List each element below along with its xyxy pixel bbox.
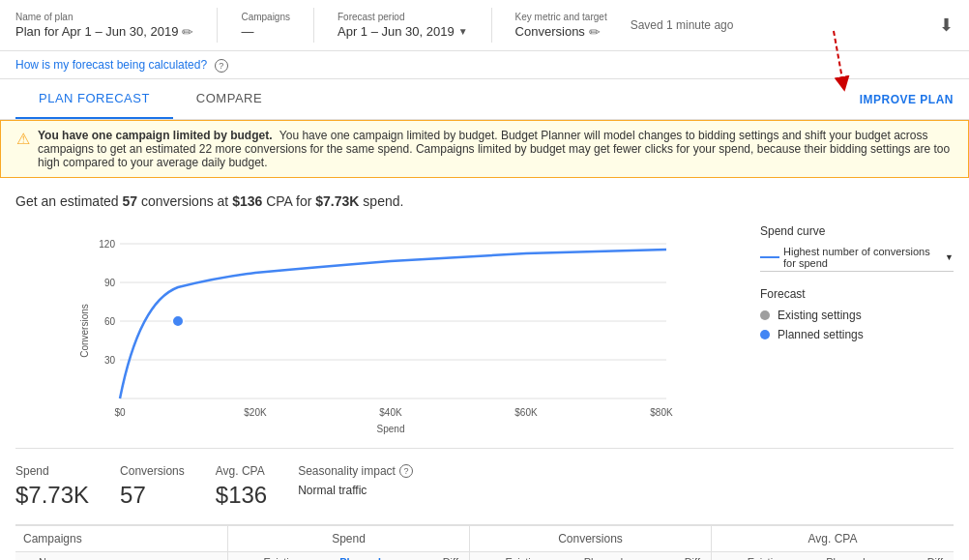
spend-label: Spend (15, 464, 89, 478)
svg-text:Conversions: Conversions (79, 304, 90, 358)
key-metric-label: Key metric and target (515, 12, 607, 22)
campaigns-table: Campaigns Spend Conversions Avg. CPA Nam… (15, 525, 954, 560)
seasonality-label: Seasonality impact ? (298, 464, 413, 478)
tabs-bar: PLAN FORECAST COMPARE IMPROVE PLAN (0, 79, 969, 120)
spend-existing-sub: Existing (228, 552, 308, 560)
conversions-metric: Conversions 57 (120, 464, 185, 509)
svg-text:30: 30 (104, 355, 116, 366)
campaigns-value: — (241, 24, 253, 39)
improve-plan-button[interactable]: IMPROVE PLAN (860, 93, 954, 106)
forecast-legend-section: Forecast Existing settings Planned setti… (760, 287, 954, 341)
tab-compare[interactable]: COMPARE (173, 79, 285, 119)
svg-text:$0: $0 (114, 407, 126, 418)
name-sub-label: Name (39, 556, 67, 560)
plan-name-field: Name of plan Plan for Apr 1 – Jun 30, 20… (15, 12, 193, 40)
spend-value: $7.73K (15, 482, 89, 509)
spend-metric: Spend $7.73K (15, 464, 89, 509)
plan-name-edit-icon[interactable]: ✏ (182, 24, 193, 40)
estimate-conversions: 57 (123, 193, 138, 209)
svg-text:90: 90 (104, 278, 116, 288)
spend-curve-dropdown-arrow: ▼ (945, 252, 954, 262)
svg-text:$20K: $20K (244, 407, 267, 418)
campaigns-label: Campaigns (241, 12, 290, 22)
forecast-chart: Conversions 120 90 60 30 $0 $20K $40K $6… (15, 224, 737, 437)
forecast-info-link[interactable]: How is my forecast being calculated? (15, 58, 207, 72)
metrics-row: Spend $7.73K Conversions 57 Avg. CPA $13… (15, 448, 954, 525)
forecast-period-label: Forecast period (338, 12, 468, 22)
estimate-cpa: $136 (232, 193, 262, 209)
chart-container: Conversions 120 90 60 30 $0 $20K $40K $6… (15, 224, 737, 440)
table-subheader: Name Existing ↓Planned Diff. Existing Pl… (15, 552, 954, 560)
cpa-planned-sub: Planned (792, 552, 872, 560)
spend-planned-sub: ↓Planned (308, 552, 389, 560)
alert-text: You have one campaign limited by budget.… (38, 129, 953, 169)
conversions-value: 57 (120, 482, 185, 509)
spend-group-header: Spend (228, 526, 470, 551)
help-icon[interactable]: ? (215, 59, 228, 73)
existing-settings-label: Existing settings (778, 309, 862, 322)
planned-settings-label: Planned settings (778, 328, 864, 341)
saved-status: Saved 1 minute ago (631, 18, 916, 32)
avg-cpa-group-header: Avg. CPA (712, 526, 954, 551)
alert-banner: ⚠ You have one campaign limited by budge… (0, 120, 969, 178)
header-divider-1 (217, 8, 218, 43)
tabs-wrapper: PLAN FORECAST COMPARE IMPROVE PLAN (0, 79, 969, 120)
alert-warning-icon: ⚠ (16, 130, 30, 148)
svg-text:$40K: $40K (379, 407, 402, 418)
forecast-period-field: Forecast period Apr 1 – Jun 30, 2019 ▼ (338, 12, 468, 39)
avg-cpa-label: Avg. CPA (216, 464, 267, 478)
spend-diff-sub: Diff. (389, 552, 469, 560)
conversions-label: Conversions (120, 464, 185, 478)
conv-diff-sub: Diff. (631, 552, 711, 560)
seasonality-help-icon[interactable]: ? (399, 464, 413, 478)
cpa-existing-sub: Existing (712, 552, 792, 560)
forecast-period-dropdown-icon[interactable]: ▼ (458, 26, 468, 37)
header-divider-3 (491, 8, 492, 43)
svg-text:$80K: $80K (650, 407, 673, 418)
estimate-text: Get an estimated 57 conversions at $136 … (15, 193, 954, 209)
seasonality-metric: Seasonality impact ? Normal traffic (298, 464, 413, 509)
download-icon[interactable]: ⬇ (939, 15, 954, 36)
campaigns-sub-header: Name (15, 552, 228, 560)
conversions-group-header: Conversions (470, 526, 712, 551)
campaigns-field: Campaigns — (241, 12, 290, 39)
spend-curve-line-icon (760, 256, 779, 258)
svg-text:Spend: Spend (377, 424, 405, 434)
svg-text:120: 120 (99, 239, 115, 250)
spend-curve-title: Spend curve (760, 224, 954, 238)
campaigns-group-header: Campaigns (15, 526, 228, 551)
spend-curve-dropdown[interactable]: Highest number of conversions for spend … (760, 246, 954, 272)
main-content: Get an estimated 57 conversions at $136 … (0, 178, 969, 560)
estimate-spend: $7.73K (315, 193, 359, 209)
cpa-diff-sub: Diff. (873, 552, 954, 560)
conversions-sub-header: Existing Planned Diff. (470, 552, 712, 560)
info-bar: How is my forecast being calculated? ? (0, 51, 969, 79)
spend-curve-section: Spend curve Highest number of conversion… (760, 224, 954, 272)
existing-settings-dot (760, 310, 770, 320)
cpa-sub-header: Existing Planned Diff. (712, 552, 954, 560)
header-divider-2 (313, 8, 314, 43)
forecast-legend-title: Forecast (760, 287, 954, 301)
conv-existing-sub: Existing (470, 552, 550, 560)
avg-cpa-metric: Avg. CPA $136 (216, 464, 267, 509)
key-metric-field: Key metric and target Conversions ✏ (515, 12, 607, 40)
existing-settings-legend: Existing settings (760, 309, 954, 322)
chart-legend-area: Spend curve Highest number of conversion… (760, 224, 954, 440)
key-metric-value: Conversions (515, 24, 585, 39)
key-metric-edit-icon[interactable]: ✏ (589, 24, 601, 40)
spend-curve-option: Highest number of conversions for spend (783, 246, 941, 269)
forecast-period-value: Apr 1 – Jun 30, 2019 (338, 24, 455, 39)
spend-sub-header: Existing ↓Planned Diff. (228, 552, 470, 560)
svg-text:$60K: $60K (514, 407, 538, 418)
planned-settings-dot (760, 330, 770, 339)
plan-name-value: Plan for Apr 1 – Jun 30, 2019 (15, 24, 178, 39)
tab-plan-forecast[interactable]: PLAN FORECAST (15, 79, 173, 119)
svg-text:60: 60 (104, 316, 116, 327)
planned-settings-legend: Planned settings (760, 328, 954, 341)
svg-point-18 (172, 315, 184, 327)
plan-name-label: Name of plan (15, 12, 193, 22)
conv-planned-sub: Planned (550, 552, 631, 560)
table-group-header: Campaigns Spend Conversions Avg. CPA (15, 525, 954, 552)
header: Name of plan Plan for Apr 1 – Jun 30, 20… (0, 0, 969, 51)
chart-section: Conversions 120 90 60 30 $0 $20K $40K $6… (15, 224, 954, 440)
